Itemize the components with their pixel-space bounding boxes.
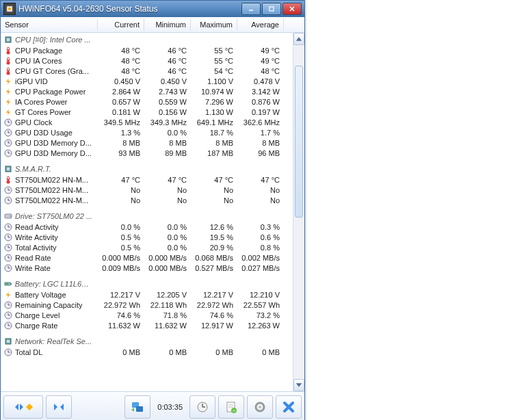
close-sensors-button[interactable]	[276, 395, 302, 419]
scroll-thumb[interactable]	[295, 66, 303, 218]
group-label: Battery: LGC L11L6Y01	[15, 280, 94, 288]
sensor-average: 0.3 %	[237, 223, 284, 231]
sensor-name: Total Activity	[15, 244, 57, 252]
svg-text:+: +	[233, 408, 235, 412]
sensor-row[interactable]: Remaining Capacity22.972 Wh22.118 Wh22.9…	[1, 300, 304, 310]
sensor-row[interactable]: GPU Clock349.5 MHz349.3 MHz649.1 MHz362.…	[1, 117, 304, 127]
bolt-icon	[3, 77, 13, 86]
maximize-button[interactable]	[262, 3, 281, 15]
clock-icon	[3, 311, 13, 319]
shrink-button[interactable]	[46, 395, 72, 419]
clock-icon	[3, 301, 13, 309]
sensor-row[interactable]: Total Activity0.5 %0.0 %20.9 %0.8 %	[1, 242, 304, 252]
thermo-icon	[3, 67, 13, 75]
sensor-name: CPU GT Cores (Gra...	[15, 67, 89, 75]
scroll-down-button[interactable]	[293, 379, 304, 391]
sensor-average: 362.6 MHz	[237, 118, 284, 127]
sensor-group-header[interactable]: S.M.A.R.T.	[1, 163, 304, 174]
clock-icon	[3, 321, 13, 330]
window-title: HWiNFO64 v5.04-2630 Sensor Status	[18, 4, 241, 14]
sensor-row[interactable]: iGPU VID0.450 V0.450 V1.100 V0.478 V	[1, 76, 304, 86]
col-average[interactable]: Average	[237, 18, 284, 31]
sensor-row[interactable]: Read Rate0.000 MB/s0.000 MB/s0.068 MB/s0…	[1, 252, 304, 263]
sensor-row[interactable]: Charge Level74.6 %71.8 %74.6 %73.2 %	[1, 310, 304, 320]
column-header[interactable]: Sensor Current Minimum Maximum Average	[1, 17, 304, 33]
sensor-maximum: 18.7 %	[191, 129, 237, 137]
sensor-minimum: 8 MB	[144, 139, 191, 147]
sensor-group-header[interactable]: CPU [#0]: Intel Core ...	[1, 34, 304, 45]
sensor-name: ST750LM022 HN-M...	[15, 176, 88, 184]
sensor-name: iGPU VID	[15, 77, 48, 86]
sensor-row[interactable]: ST750LM022 HN-M...NoNoNoNo	[1, 185, 304, 195]
clock-icon	[3, 129, 13, 137]
sensor-average: 73.2 %	[237, 311, 284, 319]
sensor-row[interactable]: Battery Voltage12.217 V12.205 V12.217 V1…	[1, 289, 304, 300]
sensor-maximum: 649.1 MHz	[191, 118, 237, 127]
svg-rect-63	[5, 283, 9, 285]
sensor-group-header[interactable]: Network: RealTek Se...	[1, 336, 304, 347]
sensor-maximum: 0 MB	[191, 348, 237, 356]
sensor-row[interactable]: GPU D3D Memory D...8 MB8 MB8 MB8 MB	[1, 137, 304, 148]
sensor-row[interactable]: CPU Package48 °C46 °C55 °C49 °C	[1, 45, 304, 55]
clock-icon	[3, 223, 13, 231]
vertical-scrollbar[interactable]	[293, 33, 304, 391]
sensor-row[interactable]: GT Cores Power0.181 W0.156 W1.130 W0.197…	[1, 107, 304, 117]
sensor-group-header[interactable]: Battery: LGC L11L6Y01	[1, 278, 304, 289]
log-button[interactable]: +	[218, 395, 244, 419]
sensor-row[interactable]: Write Activity0.5 %0.0 %19.5 %0.6 %	[1, 232, 304, 242]
sensor-row[interactable]: Read Activity0.0 %0.0 %12.6 %0.3 %	[1, 222, 304, 232]
svg-marker-79	[296, 37, 302, 41]
sensor-average: 3.142 W	[237, 88, 284, 96]
scroll-up-button[interactable]	[293, 33, 304, 45]
sensor-current: 12.217 V	[98, 291, 144, 299]
window-titlebar[interactable]: HWiNFO64 v5.04-2630 Sensor Status	[1, 1, 304, 17]
sensor-row[interactable]: CPU GT Cores (Gra...48 °C46 °C54 °C48 °C	[1, 66, 304, 76]
sensor-group-header[interactable]: Drive: ST750LM0 22 ...	[1, 211, 304, 222]
col-extra[interactable]	[284, 23, 293, 27]
svg-marker-81	[15, 404, 18, 410]
sensor-maximum: 20.9 %	[191, 244, 237, 252]
sensor-average: 22.557 Wh	[237, 301, 284, 309]
sensor-current: 22.972 Wh	[98, 301, 144, 309]
close-button[interactable]	[282, 3, 302, 15]
sensor-row[interactable]: CPU IA Cores48 °C46 °C55 °C49 °C	[1, 55, 304, 66]
sensor-row[interactable]: GPU D3D Memory D...93 MB89 MB187 MB96 MB	[1, 148, 304, 158]
sensor-row[interactable]: CPU Package Power2.864 W2.743 W10.974 W3…	[1, 86, 304, 96]
sensor-minimum: 2.743 W	[144, 88, 191, 96]
col-minimum[interactable]: Minimum	[144, 18, 191, 31]
bolt-icon	[3, 98, 13, 106]
sensor-minimum: 0.0 %	[144, 233, 191, 241]
sensor-minimum: 0.559 W	[144, 98, 191, 106]
sensor-maximum: 22.972 Wh	[191, 301, 237, 309]
sensor-row[interactable]: ST750LM022 HN-M...NoNoNoNo	[1, 195, 304, 205]
refresh-button[interactable]	[124, 395, 150, 419]
sensor-row[interactable]: Write Rate0.009 MB/s0.000 MB/s0.527 MB/s…	[1, 263, 304, 273]
svg-rect-7	[7, 38, 10, 41]
sensor-name: Write Rate	[15, 264, 51, 272]
window-buttons	[241, 3, 302, 15]
chip-icon	[3, 337, 13, 345]
sensor-row[interactable]: IA Cores Power0.657 W0.559 W7.296 W0.876…	[1, 96, 304, 107]
sensor-row[interactable]: ST750LM022 HN-M...47 °C47 °C47 °C47 °C	[1, 174, 304, 185]
col-maximum[interactable]: Maximum	[191, 18, 237, 31]
col-sensor[interactable]: Sensor	[1, 18, 98, 31]
sensor-current: 0 MB	[98, 348, 144, 356]
settings-button[interactable]	[247, 395, 273, 419]
sensor-average: 0.6 %	[237, 233, 284, 241]
col-current[interactable]: Current	[98, 18, 144, 31]
sensor-row[interactable]: GPU D3D Usage1.3 %0.0 %18.7 %1.7 %	[1, 127, 304, 137]
chip-icon	[3, 165, 13, 173]
sensor-maximum: 12.917 W	[191, 321, 237, 330]
sensor-row[interactable]: Charge Rate11.632 W11.632 W12.917 W12.26…	[1, 320, 304, 330]
minimize-button[interactable]	[241, 3, 261, 15]
svg-rect-75	[7, 340, 10, 343]
sensor-row[interactable]: Total DL0 MB0 MB0 MB0 MB	[1, 347, 304, 357]
sensor-name: Charge Level	[15, 311, 60, 319]
elapsed-time: 0:03:35	[153, 403, 187, 411]
sensor-minimum: 0.0 %	[144, 223, 191, 231]
svg-marker-64	[6, 291, 10, 298]
sensor-current: 11.632 W	[98, 321, 144, 330]
sensor-minimum: 71.8 %	[144, 311, 191, 319]
clock-button[interactable]	[189, 395, 215, 419]
expand-collapse-button[interactable]	[3, 395, 43, 419]
